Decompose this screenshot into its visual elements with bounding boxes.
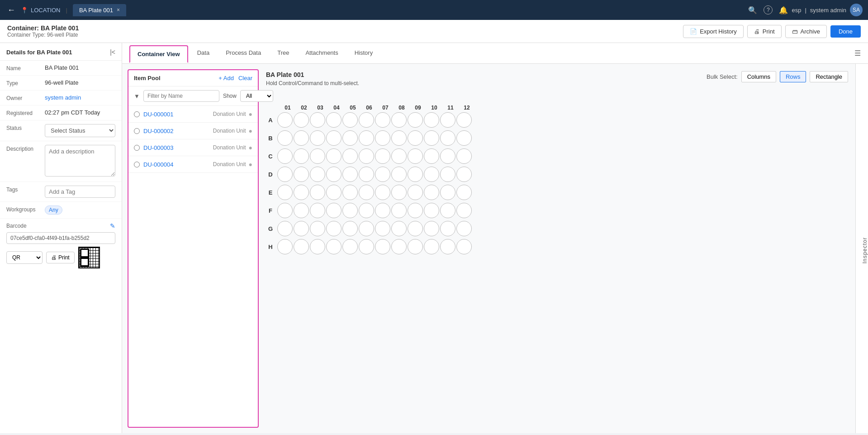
well-E07[interactable] (375, 185, 390, 200)
well-C02[interactable] (294, 148, 309, 164)
well-F10[interactable] (424, 203, 439, 218)
well-C07[interactable] (375, 148, 390, 164)
well-H01[interactable] (277, 239, 293, 254)
location-label[interactable]: LOCATION (31, 7, 61, 14)
well-H05[interactable] (342, 239, 358, 254)
list-item[interactable]: DU-000002 Donation Unit ● (128, 123, 258, 139)
well-A07[interactable] (375, 112, 390, 128)
tab-attachments[interactable]: Attachments (298, 44, 345, 62)
item-info-icon-1[interactable]: ● (249, 110, 252, 118)
well-E11[interactable] (440, 185, 455, 200)
well-H03[interactable] (310, 239, 325, 254)
tab-history[interactable]: History (347, 44, 380, 62)
well-B03[interactable] (310, 130, 325, 146)
barcode-type-select[interactable]: QR Code 128 Code 39 (6, 251, 43, 264)
well-C11[interactable] (440, 148, 455, 164)
workgroup-tag[interactable]: Any (45, 206, 62, 215)
print-button[interactable]: 🖨 Print (747, 25, 782, 38)
bulk-columns-button[interactable]: Columns (741, 71, 776, 82)
done-button[interactable]: Done (830, 25, 861, 38)
well-E06[interactable] (359, 185, 374, 200)
well-F03[interactable] (310, 203, 325, 218)
user-avatar[interactable]: SA (850, 4, 863, 16)
well-H09[interactable] (408, 239, 423, 254)
well-H11[interactable] (440, 239, 455, 254)
item-name-3[interactable]: DU-000003 (143, 144, 213, 151)
well-F08[interactable] (391, 203, 407, 218)
item-info-icon-4[interactable]: ● (249, 161, 252, 168)
add-button[interactable]: + Add (218, 75, 234, 81)
well-D03[interactable] (310, 167, 325, 182)
tags-input[interactable] (45, 186, 115, 198)
bell-icon[interactable]: 🔔 (779, 6, 788, 14)
well-H07[interactable] (375, 239, 390, 254)
item-radio-3[interactable] (134, 145, 140, 151)
well-C01[interactable] (277, 148, 293, 164)
bulk-rectangle-button[interactable]: Rectangle (810, 71, 848, 82)
well-F06[interactable] (359, 203, 374, 218)
well-C05[interactable] (342, 148, 358, 164)
well-B04[interactable] (326, 130, 342, 146)
well-F01[interactable] (277, 203, 293, 218)
back-button[interactable]: ← (5, 4, 17, 17)
well-E08[interactable] (391, 185, 407, 200)
well-B09[interactable] (408, 130, 423, 146)
well-F02[interactable] (294, 203, 309, 218)
well-A01[interactable] (277, 112, 293, 128)
well-F07[interactable] (375, 203, 390, 218)
list-item[interactable]: DU-000004 Donation Unit ● (128, 156, 258, 173)
well-B01[interactable] (277, 130, 293, 146)
well-F12[interactable] (456, 203, 472, 218)
menu-icon[interactable]: ☰ (854, 49, 861, 57)
inspector-label[interactable]: Inspector (862, 233, 868, 268)
barcode-value-input[interactable] (6, 232, 115, 244)
well-D07[interactable] (375, 167, 390, 182)
well-D10[interactable] (424, 167, 439, 182)
well-E01[interactable] (277, 185, 293, 200)
well-A10[interactable] (424, 112, 439, 128)
well-A04[interactable] (326, 112, 342, 128)
well-A03[interactable] (310, 112, 325, 128)
export-history-button[interactable]: 📄 Export History (683, 25, 744, 38)
owner-value[interactable]: system admin (45, 94, 115, 101)
well-E10[interactable] (424, 185, 439, 200)
well-B12[interactable] (456, 130, 472, 146)
well-E05[interactable] (342, 185, 358, 200)
well-G07[interactable] (375, 221, 390, 236)
well-H06[interactable] (359, 239, 374, 254)
well-B02[interactable] (294, 130, 309, 146)
well-H10[interactable] (424, 239, 439, 254)
well-G04[interactable] (326, 221, 342, 236)
well-C10[interactable] (424, 148, 439, 164)
well-G02[interactable] (294, 221, 309, 236)
search-icon[interactable]: 🔍 (748, 6, 757, 14)
well-G06[interactable] (359, 221, 374, 236)
item-name-1[interactable]: DU-000001 (143, 111, 213, 118)
status-select[interactable]: Select Status Active Inactive Pending Ar… (45, 124, 115, 137)
tab-container-view[interactable]: Container View (129, 45, 188, 63)
item-name-4[interactable]: DU-000004 (143, 161, 213, 168)
well-C12[interactable] (456, 148, 472, 164)
barcode-print-button[interactable]: 🖨 Print (46, 252, 75, 263)
item-radio-2[interactable] (134, 128, 140, 134)
tab-tree[interactable]: Tree (270, 44, 296, 62)
well-G03[interactable] (310, 221, 325, 236)
bulk-rows-button[interactable]: Rows (780, 71, 806, 82)
well-H04[interactable] (326, 239, 342, 254)
well-C06[interactable] (359, 148, 374, 164)
well-B10[interactable] (424, 130, 439, 146)
tab-process-data[interactable]: Process Data (218, 44, 268, 62)
well-B07[interactable] (375, 130, 390, 146)
well-A06[interactable] (359, 112, 374, 128)
well-G09[interactable] (408, 221, 423, 236)
well-F11[interactable] (440, 203, 455, 218)
description-textarea[interactable] (45, 145, 115, 177)
well-A11[interactable] (440, 112, 455, 128)
well-D06[interactable] (359, 167, 374, 182)
well-H08[interactable] (391, 239, 407, 254)
well-A05[interactable] (342, 112, 358, 128)
well-F04[interactable] (326, 203, 342, 218)
well-B11[interactable] (440, 130, 455, 146)
well-E09[interactable] (408, 185, 423, 200)
well-G10[interactable] (424, 221, 439, 236)
